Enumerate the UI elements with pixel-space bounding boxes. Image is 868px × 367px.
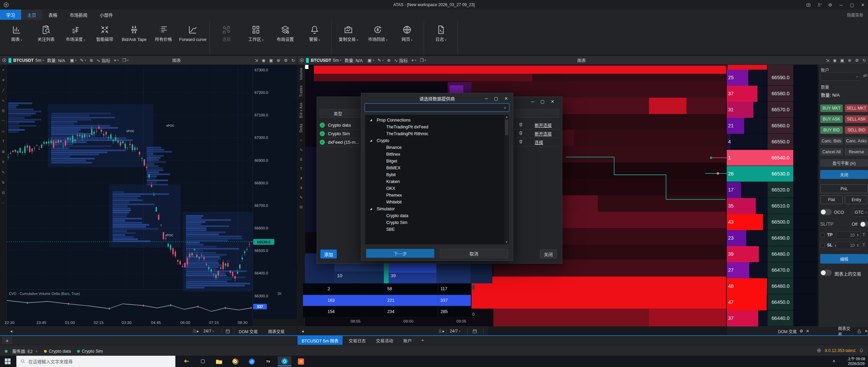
- tree-item-Phemex[interactable]: Phemex: [365, 192, 504, 199]
- calendar-icon[interactable]: [472, 327, 477, 336]
- ladder-price[interactable]: 66580.0: [768, 86, 793, 102]
- toolbar-button-关注列表[interactable]: 关注列表: [31, 22, 61, 54]
- flat-button[interactable]: Flat: [820, 195, 843, 204]
- maximize-icon[interactable]: ▢: [494, 96, 498, 101]
- ladder-price[interactable]: 66450.0: [768, 294, 793, 310]
- taskbar-clock[interactable]: 上午 09:08 2026/3/29: [847, 356, 865, 366]
- ladder-price[interactable]: 66570.0: [768, 102, 793, 118]
- toolbar-button-Forward curve[interactable]: Forward curve: [178, 22, 207, 54]
- toolbar-button-工作区[interactable]: 工作区▾: [241, 22, 271, 54]
- ladder-row[interactable]: 2766470.0: [727, 262, 818, 278]
- ladder-volume-cell[interactable]: 35: [727, 198, 768, 214]
- draw-tool-icon-9[interactable]: ⚲: [2, 157, 4, 167]
- session-range-select[interactable]: 24/7 ∨: [450, 327, 461, 336]
- close-icon[interactable]: ✕: [551, 99, 554, 104]
- ladder-row[interactable]: 4866460.0: [727, 278, 818, 294]
- file-explorer-icon[interactable]: [212, 356, 226, 366]
- expand-icon[interactable]: ⇲: [255, 58, 258, 63]
- ladder-empty-cell[interactable]: [793, 214, 818, 230]
- ladder-volume-cell[interactable]: 37: [727, 310, 768, 326]
- dom-price-ladder[interactable]: 2566590.03766580.03166570.02166560.04665…: [727, 65, 818, 326]
- ladder-empty-cell[interactable]: [793, 70, 818, 86]
- tree-item-Crypto data[interactable]: Crypto data: [365, 212, 504, 219]
- minimize-button[interactable]: ─: [838, 2, 844, 8]
- close-icon[interactable]: ✕: [865, 329, 868, 334]
- user-account-icon[interactable]: [816, 2, 822, 8]
- ladder-row[interactable]: 4766450.0: [727, 294, 818, 310]
- ribbon-tab-市场新闻[interactable]: 市场新闻: [63, 10, 93, 20]
- unlock-icon[interactable]: [857, 329, 862, 334]
- gear-icon[interactable]: ⚙: [855, 58, 859, 63]
- gear-icon[interactable]: ⚙: [284, 58, 288, 63]
- ladder-row[interactable]: 166540.0: [727, 150, 818, 166]
- workspace-tab-2[interactable]: 交易活动: [372, 336, 397, 345]
- close-position-button[interactable]: 关闭: [820, 170, 868, 179]
- ladder-volume-cell[interactable]: 21: [727, 118, 768, 134]
- expand-icon[interactable]: ⇲: [826, 58, 829, 63]
- panel-tool-icon-0[interactable]: ⌕: [300, 135, 302, 145]
- ladder-volume-cell[interactable]: 37: [727, 86, 768, 102]
- symbol-label[interactable]: BTCUSDT: [13, 58, 34, 63]
- ladder-row[interactable]: 2366490.0: [727, 230, 818, 246]
- tree-expander-icon[interactable]: ◢: [370, 206, 372, 212]
- dom-trade-dock-label[interactable]: DOM 交易: [239, 327, 258, 336]
- maximize-button[interactable]: ▢: [849, 2, 855, 8]
- draw-tool-icon-1[interactable]: ✛: [2, 75, 4, 85]
- add-icon[interactable]: ⊕: [277, 58, 280, 63]
- toolbar-button-连接[interactable]: 连接: [212, 22, 241, 54]
- tp-checkbox[interactable]: [820, 233, 825, 237]
- add-connection-button[interactable]: 添加: [320, 250, 337, 258]
- gear-icon[interactable]: ⚙: [799, 329, 803, 334]
- workspace-tab-3[interactable]: 账户: [399, 336, 416, 345]
- ladder-price[interactable]: 66560.0: [768, 118, 793, 134]
- tree-item-Binance[interactable]: Binance: [365, 144, 504, 151]
- ladder-row[interactable]: 3766580.0: [727, 86, 818, 102]
- panel-tool-icon-1[interactable]: ∿: [300, 145, 303, 154]
- minimize-icon[interactable]: ─: [531, 99, 534, 104]
- ladder-row[interactable]: 3766440.0: [727, 310, 818, 326]
- tree-item-SBE[interactable]: SBE: [365, 226, 504, 233]
- panel-tool-icon-2[interactable]: Δ: [300, 154, 302, 164]
- close-icon[interactable]: ✕: [504, 96, 508, 101]
- trash-icon[interactable]: [518, 122, 523, 128]
- scroll-handle[interactable]: ▸: [439, 327, 445, 336]
- draw-tool-icon-11[interactable]: ⇅: [2, 178, 4, 188]
- toolbar-button-图表[interactable]: 图表▾: [2, 22, 31, 54]
- sl-value-stepper[interactable]: 10▲▼: [836, 242, 860, 249]
- cancel-all-button[interactable]: Cancel All: [820, 148, 843, 156]
- fullscreen-icon[interactable]: ▣: [840, 58, 844, 63]
- toolbar-button-网页[interactable]: 网页▾: [392, 22, 422, 54]
- display-mode-icon[interactable]: ▣▾: [70, 58, 76, 63]
- scroll-left-icon[interactable]: ◂: [10, 327, 12, 336]
- next-button[interactable]: 下一步: [366, 249, 434, 258]
- maximize-icon[interactable]: ▢: [540, 99, 545, 104]
- buy-mkt-button[interactable]: BUY MKT: [820, 104, 843, 112]
- add-icon[interactable]: ⊕: [848, 58, 851, 63]
- ladder-row[interactable]: 3166570.0: [727, 102, 818, 118]
- toolbar-button-市场深度[interactable]: 市场深度▾: [61, 22, 90, 54]
- draw-tool-icon-3[interactable]: ∿: [2, 96, 4, 106]
- tree-item-TheTradingPit dxFeed[interactable]: TheTradingPit dxFeed: [365, 124, 504, 130]
- indicators-icon[interactable]: ∿ 指标: [97, 57, 111, 63]
- session-range-select[interactable]: 24/7 ∨: [203, 327, 214, 336]
- ladder-empty-cell[interactable]: [793, 166, 818, 182]
- tree-item-TheTradingPit Rithmic[interactable]: TheTradingPit Rithmic: [365, 130, 504, 137]
- version-link[interactable]: 8.0.12.353-latest: [825, 348, 855, 353]
- ladder-row[interactable]: 1766520.0: [727, 182, 818, 198]
- widgets-weather-icon[interactable]: ✦✦: [179, 356, 193, 366]
- left-time-axis[interactable]: 22:3023:4501:0002:1503:3004:4506:0007:15…: [7, 319, 252, 326]
- connection-action-link[interactable]: 连接: [535, 139, 543, 145]
- tray-expand-chevron[interactable]: ∧: [833, 359, 835, 363]
- ladder-price[interactable]: 66540.0: [768, 150, 793, 166]
- ladder-row[interactable]: 466550.0: [727, 134, 818, 150]
- tree-item-Bybit[interactable]: Bybit: [365, 171, 504, 178]
- symbol-label[interactable]: BTCUSDT: [311, 58, 331, 63]
- globe-icon[interactable]: [816, 348, 822, 353]
- tree-item-OKX[interactable]: OKX: [365, 185, 504, 192]
- atas-taskbar-icon[interactable]: [278, 356, 291, 366]
- ladder-price[interactable]: 66470.0: [768, 262, 793, 278]
- ribbon-tab-小部件[interactable]: 小部件: [93, 10, 119, 20]
- scroll-left-icon[interactable]: ◂: [302, 327, 304, 336]
- ladder-price[interactable]: 66490.0: [768, 230, 793, 246]
- timeframe-label[interactable]: 5m: [333, 58, 339, 63]
